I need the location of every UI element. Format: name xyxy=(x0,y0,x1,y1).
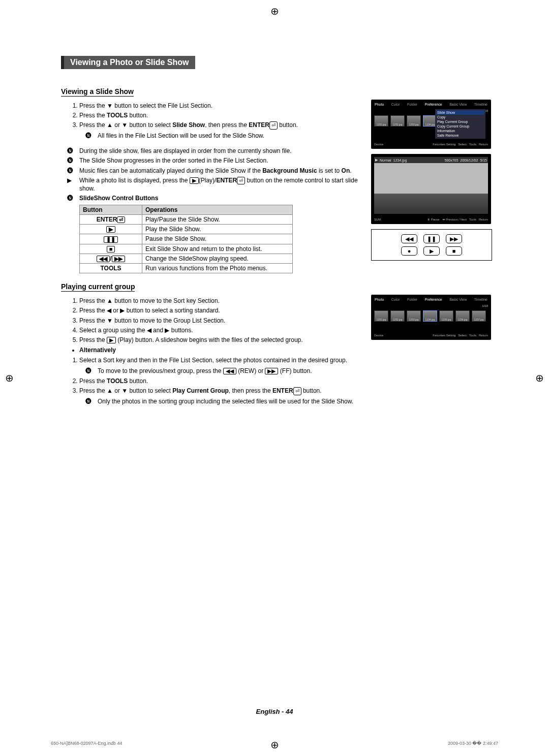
pause-icon: ❚❚ xyxy=(104,236,118,243)
table-op-cell: Run various functions from the Photo men… xyxy=(142,264,293,273)
tv-context-menu: Slide Show Copy Play Current Group Copy … xyxy=(435,109,485,139)
pause-icon: ❚❚ xyxy=(423,234,440,243)
registration-mark-icon: ⊕ xyxy=(535,372,544,384)
play-icon: ▶ xyxy=(375,158,378,162)
thumbnail: 1237.jpg xyxy=(472,310,486,322)
table-button-cell: ▶ xyxy=(80,224,142,234)
alt-heading: Alternatively xyxy=(79,346,365,354)
thumbnail: 1235.jpg xyxy=(439,310,453,322)
registration-mark-icon: ⊕ xyxy=(270,5,279,17)
step: Press the TOOLS button. xyxy=(79,111,365,119)
enter-icon: ⏎ xyxy=(269,121,278,130)
registration-mark-icon: ⊕ xyxy=(5,372,14,384)
remote-control-diagram: ◀◀ ❚❚ ▶▶ ● ▶ ■ xyxy=(371,229,492,261)
tv-screenshot-group: Photo ColorFolder Preference Basic ViewT… xyxy=(371,295,491,340)
step: Press the ▲ or ▼ button to select Play C… xyxy=(79,387,365,405)
thumbnail: 1236.jpg xyxy=(455,310,470,322)
slideshow-steps: Press the ▼ button to select the File Li… xyxy=(61,102,365,140)
thumbnail: 1233.jpg xyxy=(407,115,421,127)
tv-photo-preview xyxy=(374,163,488,214)
print-footer: 650-NA]BN68-02097A-Eng.indb 44 2009-03-3… xyxy=(51,741,498,746)
rew-icon: ◀◀ xyxy=(97,256,110,262)
step: Press the ▼ button to select the File Li… xyxy=(79,102,365,110)
section-heading-playing-group: Playing current group xyxy=(61,282,135,292)
step: Press the ◀ or ▶ button to select a sort… xyxy=(79,306,365,314)
page-title: Viewing a Photo or Slide Show xyxy=(61,56,195,69)
tv-screenshot-photo-menu: Photo ColorFolder Preference Basic ViewT… xyxy=(371,100,491,149)
alt-steps: Select a Sort key and then in the File L… xyxy=(61,356,365,405)
table-op-cell: Play the Slide Show. xyxy=(142,224,293,234)
note: Only the photos in the sorting group inc… xyxy=(98,397,365,405)
record-icon: ● xyxy=(401,246,417,256)
table-button-cell: ❚❚ xyxy=(80,234,142,244)
play-icon: ▶ xyxy=(423,246,440,256)
table-button-cell: TOOLS xyxy=(80,264,142,273)
section-heading-slideshow: Viewing a Slide Show xyxy=(61,87,134,97)
play-icon: ▶ xyxy=(106,226,115,233)
enter-icon: ⏎ xyxy=(237,177,245,185)
stop-icon: ■ xyxy=(107,246,115,253)
tv-screenshot-slideshow: ▶ Normal 1234.jpg 580x765 2008/12/02 5/1… xyxy=(371,154,491,224)
ff-icon: ▶▶ xyxy=(446,234,462,243)
table-header: Operations xyxy=(142,205,293,214)
thumbnail: 1231.jpg xyxy=(374,310,388,322)
ff-icon: ▶▶ xyxy=(265,368,278,374)
enter-icon: ⏎ xyxy=(293,387,301,395)
table-header: Button xyxy=(80,205,142,214)
thumbnail: 1232.jpg xyxy=(390,310,405,322)
thumbnail: 1233.jpg xyxy=(407,310,421,322)
note: Music files can be automatically played … xyxy=(79,167,365,175)
table-button-cell: ■ xyxy=(80,244,142,254)
page-footer: English - 44 xyxy=(0,708,549,715)
playing-group-steps: Press the ▲ button to move to the Sort k… xyxy=(61,297,365,344)
stop-icon: ■ xyxy=(446,246,462,256)
note: The Slide Show progresses in the order s… xyxy=(79,156,365,165)
step: Press the ▲ or ▼ button to select Slide … xyxy=(79,121,365,140)
note: While a photo list is displayed, press t… xyxy=(79,176,365,193)
play-icon: ▶ xyxy=(107,337,116,343)
table-op-cell: Play/Pause the Slide Show. xyxy=(142,214,293,224)
step: Press the TOOLS button. xyxy=(79,377,365,385)
ff-icon: ▶▶ xyxy=(112,256,125,262)
table-button-cell: ◀◀/▶▶ xyxy=(80,254,142,263)
control-buttons-table: Button Operations ENTER⏎Play/Pause the S… xyxy=(79,205,293,274)
step: Press the ▼ button to move to the Group … xyxy=(79,317,365,325)
step: Select a Sort key and then in the File L… xyxy=(79,356,365,374)
play-icon: ▶ xyxy=(190,177,199,184)
note-heading: SlideShow Control Buttons xyxy=(79,194,365,202)
step: Select a group using the ◀ and ▶ buttons… xyxy=(79,326,365,334)
table-button-cell: ENTER⏎ xyxy=(80,214,142,224)
table-op-cell: Change the SlideShow playing speed. xyxy=(142,254,293,263)
rew-icon: ◀◀ xyxy=(223,368,236,374)
step: Press the ▶ (Play) button. A slideshow b… xyxy=(79,336,365,344)
thumbnail: 1231.jpg xyxy=(374,115,388,127)
step: Press the ▲ button to move to the Sort k… xyxy=(79,297,365,305)
thumbnail: 1234.jpg xyxy=(423,310,437,322)
note: During the slide show, files are display… xyxy=(79,147,365,155)
note: To move to the previous/next group, pres… xyxy=(98,367,365,375)
rew-icon: ◀◀ xyxy=(401,234,417,243)
table-op-cell: Pause the Slide Show. xyxy=(142,234,293,244)
thumbnail: 1232.jpg xyxy=(390,115,405,127)
note: All files in the File List Section will … xyxy=(98,132,365,140)
table-op-cell: Exit Slide Show and return to the photo … xyxy=(142,244,293,254)
